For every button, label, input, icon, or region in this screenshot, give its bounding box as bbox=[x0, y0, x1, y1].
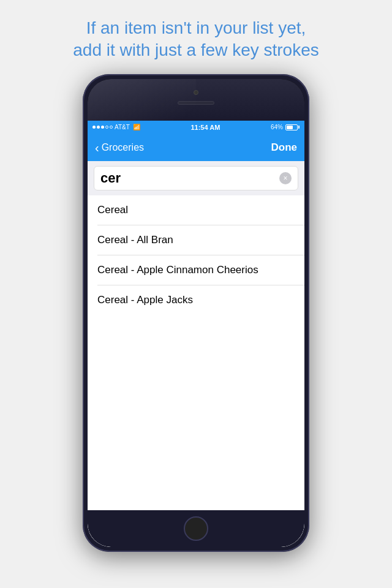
list-item[interactable]: Cereal bbox=[88, 195, 304, 225]
signal-dot-1 bbox=[92, 126, 96, 129]
battery-body bbox=[285, 124, 298, 130]
status-time: 11:54 AM bbox=[190, 124, 220, 131]
phone-screen: AT&T 📶 11:54 AM 64% bbox=[88, 121, 304, 547]
search-input[interactable]: cer bbox=[100, 170, 279, 186]
clear-icon: × bbox=[283, 174, 287, 183]
back-button[interactable]: ‹ Groceries bbox=[95, 141, 144, 154]
phone-bottom-bezel bbox=[88, 510, 304, 547]
battery-tip bbox=[298, 126, 300, 129]
status-battery: 64% bbox=[271, 124, 300, 130]
wifi-icon: 📶 bbox=[133, 124, 140, 130]
home-button[interactable] bbox=[184, 516, 208, 541]
header-line1: If an item isn't in your list yet, bbox=[86, 18, 306, 37]
phone-frame: AT&T 📶 11:54 AM 64% bbox=[83, 74, 309, 552]
phone-inner: AT&T 📶 11:54 AM 64% bbox=[88, 79, 304, 547]
battery-fill bbox=[287, 126, 293, 129]
list-item[interactable]: Cereal - All Bran bbox=[88, 225, 304, 255]
carrier-name: AT&T bbox=[115, 124, 130, 130]
clear-button[interactable]: × bbox=[279, 172, 292, 184]
list-container: CerealCereal - All BranCereal - Apple Ci… bbox=[88, 195, 304, 315]
back-chevron-icon: ‹ bbox=[95, 141, 99, 154]
signal-dots bbox=[92, 126, 113, 129]
screen-content: AT&T 📶 11:54 AM 64% bbox=[88, 121, 304, 547]
done-button[interactable]: Done bbox=[271, 141, 298, 154]
search-bar: cer × bbox=[88, 161, 304, 195]
battery-icon bbox=[285, 124, 300, 130]
status-carrier: AT&T 📶 bbox=[92, 124, 140, 130]
status-bar: AT&T 📶 11:54 AM 64% bbox=[88, 121, 304, 134]
back-label: Groceries bbox=[102, 142, 144, 153]
signal-dot-3 bbox=[101, 126, 104, 129]
nav-bar: ‹ Groceries Done bbox=[88, 134, 304, 161]
search-input-container[interactable]: cer × bbox=[94, 166, 298, 190]
header-line2: add it with just a few key strokes bbox=[73, 40, 319, 59]
phone-camera bbox=[194, 90, 198, 95]
header-text: If an item isn't in your list yet, add i… bbox=[48, 0, 344, 74]
signal-dot-2 bbox=[97, 126, 100, 129]
signal-dot-5 bbox=[110, 126, 113, 129]
phone-speaker bbox=[178, 101, 214, 105]
list-item[interactable]: Cereal - Apple Jacks bbox=[88, 285, 304, 315]
suggestions-list: CerealCereal - All BranCereal - Apple Ci… bbox=[88, 195, 304, 512]
list-item[interactable]: Cereal - Apple Cinnamon Cheerios bbox=[88, 255, 304, 285]
phone-top-bezel bbox=[88, 79, 304, 121]
battery-percent: 64% bbox=[271, 124, 283, 130]
signal-dot-4 bbox=[105, 126, 108, 129]
